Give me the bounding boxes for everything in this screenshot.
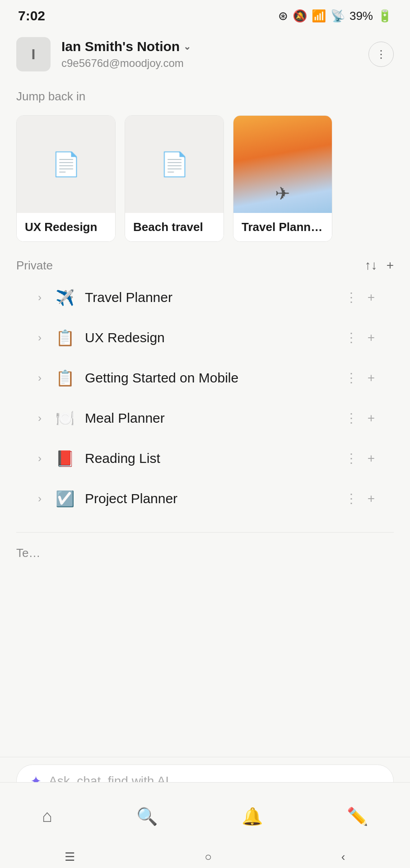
card-ux-redesign-image: 📄 [17,116,115,213]
android-menu-button[interactable]: ☰ [65,850,75,864]
account-avatar[interactable]: I [16,37,51,71]
nav-actions-meal-planner: ⋮ + [342,408,377,428]
wifi-icon: 📶 [312,9,326,23]
bluetooth-icon: ⊛ [278,9,288,23]
nav-home-button[interactable]: ⌂ [42,807,52,826]
card-travel-planner[interactable]: ✈ Travel Plann… [233,115,332,242]
nav-more-ux-redesign-button[interactable]: ⋮ [342,327,360,348]
battery-label: 39% [349,9,373,23]
card-travel-planner-label: Travel Plann… [233,213,332,241]
nav-item-project-planner[interactable]: › ☑️ Project Planner ⋮ + [21,478,389,519]
nav-label-reading-list: Reading List [85,451,342,466]
card-travel-planner-image: ✈ [233,116,332,213]
account-email: c9e5676d@moodjoy.com [61,57,191,70]
chevron-travel-planner-icon: › [33,291,47,304]
account-left: I Ian Smith's Notion ⌄ c9e5676d@moodjoy.… [16,37,191,71]
nav-label-meal-planner: Meal Planner [85,410,342,426]
nav-edit-button[interactable]: ✏️ [347,807,368,826]
chevron-ux-redesign-icon: › [33,331,47,344]
android-home-icon: ○ [205,850,212,863]
nav-actions-project-planner: ⋮ + [342,488,377,509]
jump-back-in-label: Jump back in [16,90,394,104]
nav-actions-ux-redesign: ⋮ + [342,327,377,348]
jump-back-in-section: Jump back in [0,80,410,108]
card-ux-redesign[interactable]: 📄 UX Redesign [16,115,116,242]
nav-label-getting-started: Getting Started on Mobile [85,370,342,386]
signal-icon: 📡 [331,9,345,23]
nav-label-project-planner: Project Planner [85,491,342,506]
nav-label-ux-redesign: UX Redesign [85,330,342,345]
meal-planner-icon: 🍽️ [55,409,75,427]
nav-add-project-planner-button[interactable]: + [365,489,377,509]
bottom-nav: ⌂ 🔍 🔔 ✏️ [0,782,410,845]
nav-more-reading-list-button[interactable]: ⋮ [342,448,360,468]
status-time: 7:02 [18,8,45,24]
status-bar: 7:02 ⊛ 🔕 📶 📡 39% 🔋 [0,0,410,28]
status-icons: ⊛ 🔕 📶 📡 39% 🔋 [278,9,392,23]
nav-add-travel-planner-button[interactable]: + [365,288,377,307]
android-nav: ☰ ○ ‹ [0,845,410,868]
private-label: Private [16,259,53,273]
volume-icon: 🔕 [293,9,307,23]
nav-add-meal-planner-button[interactable]: + [365,408,377,428]
getting-started-icon: 📋 [55,369,75,387]
ux-redesign-doc-icon: 📄 [51,151,81,178]
travel-planner-plane-icon: ✈ [275,183,290,204]
nav-search-button[interactable]: 🔍 [136,807,158,826]
ux-redesign-icon: 📋 [55,329,75,347]
card-beach-travel[interactable]: 📄 Beach travel [125,115,224,242]
nav-add-reading-list-button[interactable]: + [365,448,377,468]
nav-add-ux-redesign-button[interactable]: + [365,328,377,348]
card-ux-redesign-label: UX Redesign [17,213,115,241]
android-home-button[interactable]: ○ [205,850,212,864]
nav-item-meal-planner[interactable]: › 🍽️ Meal Planner ⋮ + [21,398,389,438]
add-private-icon: + [387,258,394,273]
sort-button[interactable]: ↑↓ [365,258,377,273]
nav-more-meal-planner-button[interactable]: ⋮ [342,408,360,428]
edit-icon: ✏️ [347,807,368,826]
section-divider [16,532,394,533]
android-menu-icon: ☰ [65,850,75,863]
nav-label-travel-planner: Travel Planner [85,290,342,305]
chevron-meal-planner-icon: › [33,412,47,425]
chevron-reading-list-icon: › [33,452,47,465]
nav-actions-reading-list: ⋮ + [342,448,377,468]
search-icon: 🔍 [136,807,158,826]
card-beach-travel-label: Beach travel [125,213,224,241]
reading-list-icon: 📕 [55,449,75,467]
nav-item-ux-redesign[interactable]: › 📋 UX Redesign ⋮ + [21,317,389,358]
chevron-project-planner-icon: › [33,492,47,505]
card-beach-travel-image: 📄 [125,116,224,213]
travel-planner-icon: ✈️ [55,288,75,307]
more-options-button[interactable]: ⋮ [368,42,394,67]
account-info: Ian Smith's Notion ⌄ c9e5676d@moodjoy.co… [61,39,191,70]
private-actions: ↑↓ + [365,258,394,273]
nav-actions-getting-started: ⋮ + [342,368,377,388]
battery-icon: 🔋 [377,9,392,23]
sort-icon: ↑↓ [365,258,377,273]
nav-item-travel-planner[interactable]: › ✈️ Travel Planner ⋮ + [21,277,389,317]
account-chevron-icon: ⌄ [183,41,191,52]
home-icon: ⌂ [42,807,52,826]
private-section: Private ↑↓ + › ✈️ Travel Planner ⋮ + › 📋… [0,249,410,523]
android-back-button[interactable]: ‹ [341,850,345,864]
chevron-getting-started-icon: › [33,372,47,384]
more-icon: ⋮ [376,48,387,61]
nav-notifications-button[interactable]: 🔔 [242,807,263,826]
nav-item-getting-started[interactable]: › 📋 Getting Started on Mobile ⋮ + [21,358,389,398]
nav-item-reading-list[interactable]: › 📕 Reading List ⋮ + [21,438,389,478]
cards-carousel[interactable]: 📄 UX Redesign 📄 Beach travel ✈ Travel Pl… [0,108,410,249]
project-planner-icon: ☑️ [55,490,75,508]
nav-more-getting-started-button[interactable]: ⋮ [342,368,360,388]
android-back-icon: ‹ [341,850,345,863]
nav-add-getting-started-button[interactable]: + [365,368,377,388]
nav-more-travel-planner-button[interactable]: ⋮ [342,287,360,307]
nav-more-project-planner-button[interactable]: ⋮ [342,488,360,509]
add-private-button[interactable]: + [387,258,394,273]
teamspaces-partial-label: Te… [0,542,410,560]
nav-actions-travel-planner: ⋮ + [342,287,377,307]
account-header: I Ian Smith's Notion ⌄ c9e5676d@moodjoy.… [0,28,410,80]
private-header: Private ↑↓ + [16,258,394,273]
notifications-icon: 🔔 [242,807,263,826]
account-name[interactable]: Ian Smith's Notion ⌄ [61,39,191,54]
